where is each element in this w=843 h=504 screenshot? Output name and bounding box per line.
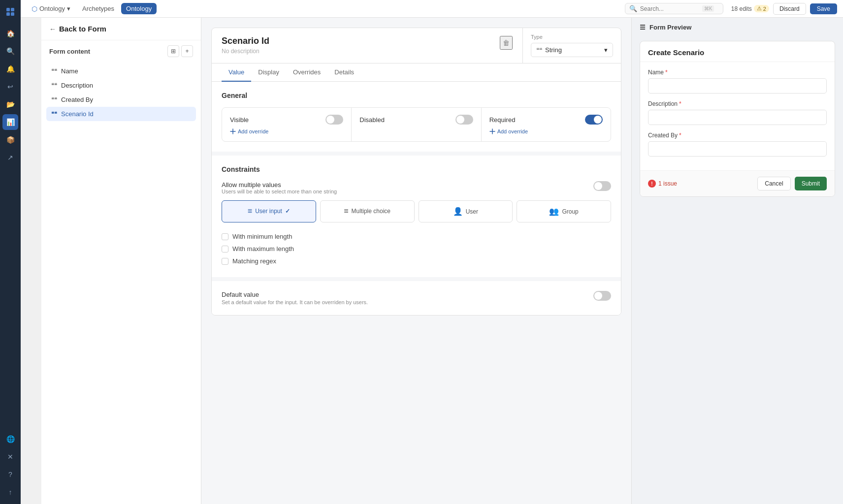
checkbox-regex[interactable]: [222, 258, 228, 265]
preview-label-name: Name *: [648, 69, 827, 76]
required-toggle[interactable]: [585, 115, 603, 125]
package-icon[interactable]: 📦: [2, 132, 18, 148]
preview-field-name: Name *: [648, 69, 827, 94]
tab-overrides[interactable]: Overrides: [286, 63, 327, 82]
input-type-user[interactable]: 👤 User: [419, 200, 513, 222]
type-icon: ❝❝: [536, 47, 542, 54]
allow-multiple-sub: Users will be able to select more than o…: [222, 189, 337, 194]
checkbox-max-length[interactable]: [222, 246, 228, 252]
required-override-label: Add override: [497, 128, 528, 134]
preview-label-description: Description *: [648, 100, 827, 107]
item-icon-created-by: ❝❝: [51, 96, 57, 103]
back-to-form-link[interactable]: ← Back to Form: [41, 18, 201, 40]
toggles-row: Visible Add override Disa: [222, 107, 611, 142]
form-preview-footer: ! 1 issue Cancel Submit: [640, 170, 835, 196]
right-panel: ☰ Form Preview Create Scenario Name * De…: [631, 18, 843, 504]
field-delete-button[interactable]: 🗑: [500, 36, 513, 50]
input-types-row: ≡ User input ✓ ≡ Multiple choice �: [222, 200, 611, 222]
input-type-multiple-choice[interactable]: ≡ Multiple choice: [320, 200, 415, 222]
cancel-button[interactable]: Cancel: [757, 177, 790, 190]
required-label: Required: [489, 116, 516, 124]
form-item-created-by-label: Created By: [61, 96, 93, 103]
user-icon: 👤: [453, 207, 463, 216]
visible-override-label: Add override: [238, 128, 268, 134]
preview-field-description: Description *: [648, 100, 827, 125]
main-layout: ← Back to Form Form content ⊞ + ❝❝ Name …: [41, 18, 843, 504]
form-preview-label: Form Preview: [649, 24, 691, 31]
preview-input-description[interactable]: [648, 110, 827, 125]
field-card-left: Scenario Id No description 🗑: [212, 28, 522, 63]
tab-ontology-dropdown[interactable]: ⬡ Ontology ▾: [27, 3, 75, 15]
issue-label: 1 issue: [658, 180, 677, 187]
visible-toggle[interactable]: [325, 115, 343, 125]
submit-button[interactable]: Submit: [795, 177, 827, 190]
sidebar: 🏠 🔍 🔔 ↩ 📂 📊 📦 ↗ 🌐 ✕ ? ↑: [0, 0, 21, 504]
form-item-name[interactable]: ❝❝ Name: [46, 64, 196, 78]
tab-value[interactable]: Value: [222, 63, 251, 82]
tab-ontology-active[interactable]: Ontology: [121, 3, 157, 14]
disabled-toggle[interactable]: [455, 115, 473, 125]
preview-input-name[interactable]: [648, 78, 827, 94]
left-panel: ← Back to Form Form content ⊞ + ❝❝ Name …: [41, 18, 201, 504]
form-content-add-button[interactable]: +: [181, 45, 193, 57]
search-input[interactable]: [640, 5, 699, 12]
svg-rect-1: [11, 8, 14, 11]
search-shortcut: ⌘K: [702, 5, 714, 12]
allow-multiple-toggle[interactable]: [593, 181, 611, 191]
globe-icon[interactable]: 🌐: [2, 431, 18, 447]
issue-badge: ! 1 issue: [648, 180, 677, 188]
check-regex: Matching regex: [222, 255, 611, 267]
logo-icon[interactable]: [2, 4, 18, 20]
chart-icon[interactable]: 📊: [2, 114, 18, 130]
allow-multiple-text: Allow multiple values Users will be able…: [222, 181, 337, 194]
external-icon[interactable]: ↗: [2, 150, 18, 165]
notification-icon[interactable]: 🔔: [2, 61, 18, 77]
required-star-name: *: [665, 69, 668, 76]
regex-label: Matching regex: [232, 257, 276, 265]
ontology-tab-label: Ontology: [39, 5, 65, 12]
discard-button[interactable]: Discard: [773, 3, 806, 15]
form-content-view-button[interactable]: ⊞: [167, 45, 179, 57]
required-star-description: *: [679, 100, 681, 107]
form-items-list: ❝❝ Name ❝❝ Description ❝❝ Created By ❝❝ …: [41, 62, 201, 123]
tab-archetypes[interactable]: Archetypes: [77, 3, 119, 14]
form-item-scenario-id[interactable]: ❝❝ Scenario Id: [46, 107, 196, 121]
required-add-override[interactable]: Add override: [489, 128, 603, 134]
form-item-description[interactable]: ❝❝ Description: [46, 78, 196, 93]
home-icon[interactable]: 🏠: [2, 26, 18, 41]
center-panel: Scenario Id No description 🗑 Type ❝❝ Str…: [201, 18, 631, 504]
field-card-right: Type ❝❝ String ▾: [522, 28, 621, 63]
history-icon[interactable]: ↩: [2, 79, 18, 94]
integration-icon[interactable]: ✕: [2, 449, 18, 465]
toggle-disabled-header: Disabled: [359, 115, 473, 125]
tab-display[interactable]: Display: [251, 63, 286, 82]
field-title: Scenario Id: [222, 36, 269, 46]
visible-add-override[interactable]: Add override: [230, 128, 343, 134]
warnings-count: 2: [763, 6, 766, 12]
default-value-toggle[interactable]: [593, 291, 611, 301]
preview-input-created-by[interactable]: [648, 141, 827, 157]
tab-details[interactable]: Details: [327, 63, 361, 82]
default-value-text: Default value Set a default value for th…: [222, 291, 368, 305]
back-arrow-icon: ←: [49, 25, 56, 33]
input-type-user-input[interactable]: ≡ User input ✓: [222, 200, 316, 222]
type-value: String: [545, 46, 562, 54]
type-select[interactable]: ❝❝ String ▾: [531, 43, 613, 57]
archetypes-label: Archetypes: [82, 5, 114, 12]
visible-label: Visible: [230, 116, 249, 124]
field-description: No description: [222, 48, 269, 55]
toggle-required-header: Required: [489, 115, 603, 125]
save-button[interactable]: Save: [810, 3, 837, 14]
upload-icon[interactable]: ↑: [2, 484, 18, 500]
ontology-tab-icon: ⬡: [32, 5, 37, 13]
ontology-active-label: Ontology: [126, 5, 152, 12]
folder-icon[interactable]: 📂: [2, 96, 18, 112]
search-icon[interactable]: 🔍: [2, 43, 18, 59]
input-type-group[interactable]: 👥 Group: [517, 200, 611, 222]
help-icon[interactable]: ?: [2, 467, 18, 482]
checkbox-min-length[interactable]: [222, 233, 228, 240]
svg-rect-3: [11, 12, 14, 16]
search-bar[interactable]: 🔍 ⌘K: [625, 3, 723, 14]
user-label: User: [466, 208, 478, 215]
form-item-created-by[interactable]: ❝❝ Created By: [46, 93, 196, 107]
